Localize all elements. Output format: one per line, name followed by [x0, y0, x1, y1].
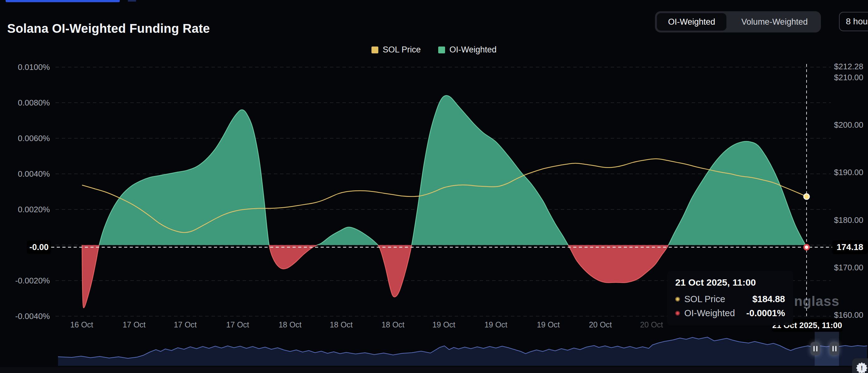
y-axis-label: $180.00 [834, 216, 863, 225]
coinglass-watermark: nglass [794, 293, 839, 309]
x-axis-label: 19 Oct [484, 320, 507, 329]
chart-tooltip: 21 Oct 2025, 11:00 SOL Price $184.88 OI-… [667, 271, 793, 325]
x-axis-label: 19 Oct [432, 320, 455, 329]
svg-text:!: ! [861, 365, 863, 371]
y-axis-label: $212.28 [834, 62, 863, 71]
x-axis-label: 17 Oct [226, 320, 249, 329]
y-axis-label: 0.0040% [0, 169, 50, 179]
legend-label: SOL Price [383, 45, 421, 55]
y-axis-label: $200.00 [834, 120, 863, 130]
funding-endpoint-marker [804, 245, 809, 250]
x-axis-label: 17 Oct [174, 320, 197, 329]
x-axis-label: 20 Oct [640, 320, 663, 329]
chart-legend: SOL Price OI-Weighted [0, 45, 868, 55]
crosshair-rate-pill: -0.00 [27, 241, 51, 254]
x-axis-label: 19 Oct [537, 320, 560, 329]
sol-price-dot-icon [675, 297, 680, 302]
y-axis-label: 0.0060% [0, 134, 50, 143]
navigator-area [58, 337, 867, 366]
navigator-left-handle[interactable] [811, 342, 820, 355]
crosshair-price-pill: 174.18 [832, 240, 868, 254]
price-endpoint-marker [804, 194, 809, 199]
x-axis-label: 20 Oct [589, 320, 612, 329]
y-axis-label: $210.00 [834, 73, 863, 82]
legend-item-sol-price[interactable]: SOL Price [371, 45, 421, 55]
x-axis-label: 17 Oct [123, 320, 146, 329]
tooltip-series-name: SOL Price [684, 294, 725, 304]
tooltip-date: 21 Oct 2025, 11:00 [675, 277, 785, 288]
announcement-badge-button[interactable]: ! [852, 358, 868, 373]
navigator-right-handle[interactable] [830, 342, 839, 355]
y-axis-label: 0.0080% [0, 98, 50, 108]
legend-label: OI-Weighted [450, 45, 497, 55]
sol-price-swatch [371, 47, 378, 53]
y-axis-label: 0.0020% [0, 205, 50, 214]
y-axis-label: -0.0040% [0, 312, 50, 321]
x-axis-label: 18 Oct [381, 320, 405, 329]
y-axis-label: $160.00 [834, 310, 863, 320]
y-axis-label: 0.0100% [0, 62, 50, 72]
y-axis-label: $190.00 [834, 168, 863, 177]
tooltip-row-oi-weighted: OI-Weighted -0.0001% [675, 308, 785, 318]
tooltip-series-name: OI-Weighted [684, 308, 735, 318]
x-axis-label: 18 Oct [330, 320, 353, 329]
y-axis-label: $170.00 [834, 263, 863, 272]
tooltip-series-value: -0.0001% [746, 308, 785, 318]
x-axis-label: 16 Oct [70, 320, 93, 329]
tooltip-row-sol-price: SOL Price $184.88 [675, 294, 785, 304]
y-axis-label: -0.0020% [0, 276, 50, 286]
tooltip-series-value: $184.88 [752, 294, 785, 304]
bottom-scroll-strip[interactable] [0, 367, 868, 373]
oi-weighted-dot-icon [675, 311, 680, 316]
x-axis-label: 18 Oct [279, 320, 302, 329]
legend-item-oi-weighted[interactable]: OI-Weighted [438, 45, 497, 55]
oi-weighted-swatch [438, 47, 445, 53]
